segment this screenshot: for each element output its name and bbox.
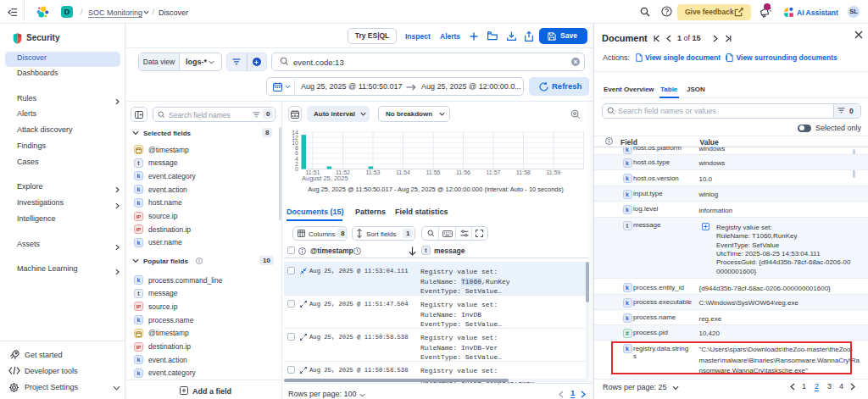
svg-text:11:59: 11:59 — [547, 169, 561, 175]
svg-text:6: 6 — [295, 150, 298, 156]
svg-text:12: 12 — [292, 135, 298, 141]
svg-text:14: 14 — [292, 130, 298, 136]
svg-text:4: 4 — [295, 156, 298, 162]
svg-text:11:58: 11:58 — [516, 169, 531, 175]
svg-text:11:55: 11:55 — [426, 169, 441, 175]
svg-text:10: 10 — [292, 140, 298, 146]
svg-text:August 25, 2025: August 25, 2025 — [302, 175, 348, 182]
svg-text:11:54: 11:54 — [396, 169, 410, 175]
svg-text:11:56: 11:56 — [456, 169, 470, 175]
svg-text:0: 0 — [295, 166, 298, 172]
svg-text:11:57: 11:57 — [487, 169, 501, 175]
svg-text:11:53: 11:53 — [366, 169, 381, 175]
svg-text:2: 2 — [295, 161, 298, 167]
svg-text:8: 8 — [295, 145, 298, 151]
